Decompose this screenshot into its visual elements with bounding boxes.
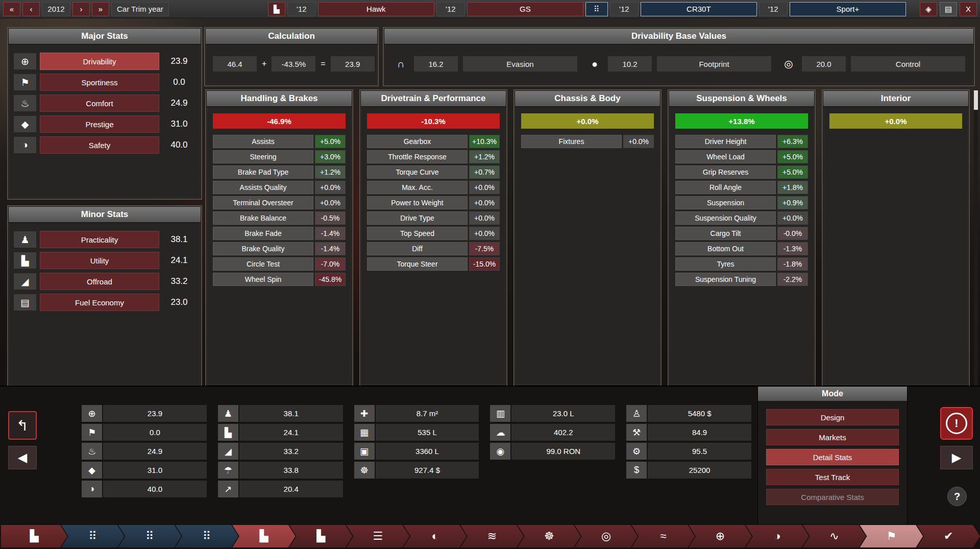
nav-tab[interactable]: [118, 525, 182, 547]
modifier-label[interactable]: Brake Pad Type: [213, 165, 313, 179]
nav-tab[interactable]: [575, 525, 638, 547]
model-name-button[interactable]: Hawk: [318, 2, 434, 16]
footprint-icon: [586, 58, 603, 70]
prev-year-button[interactable]: ‹: [22, 2, 40, 16]
stat-button[interactable]: Prestige: [40, 115, 159, 133]
undo-icon[interactable]: [8, 411, 37, 440]
stat-button[interactable]: Offroad: [40, 273, 159, 290]
scrollbar-track[interactable]: [974, 90, 978, 386]
modifier-label[interactable]: Suspension Quality: [675, 211, 776, 225]
stat-button[interactable]: Comfort: [40, 94, 159, 112]
modifier-label[interactable]: Brake Balance: [213, 211, 313, 225]
next-year-button[interactable]: ›: [72, 2, 90, 16]
mode-button[interactable]: Design: [766, 409, 899, 425]
mode-button[interactable]: Markets: [766, 429, 899, 445]
modifier-label[interactable]: Tyres: [675, 257, 776, 271]
warning-button[interactable]: !: [940, 407, 973, 440]
stat-button[interactable]: Drivability: [40, 53, 159, 70]
help-button[interactable]: ?: [947, 487, 967, 506]
mode-button[interactable]: Test Track: [766, 469, 899, 485]
engine-icon: [203, 530, 211, 543]
aero-icon: [660, 530, 666, 543]
modifier-label[interactable]: Gearbox: [367, 135, 468, 148]
modifier-value: -1.4%: [315, 242, 346, 255]
engine-icon[interactable]: [585, 2, 608, 16]
nav-tab[interactable]: [631, 525, 695, 547]
stat-button[interactable]: Practicality: [40, 231, 159, 248]
forward-arrow-icon[interactable]: [940, 446, 973, 469]
summary-stat-row: 25200: [626, 462, 751, 479]
nav-tab[interactable]: [803, 525, 866, 547]
summary-stat-value: 23.0 L: [511, 405, 615, 422]
stat-row: Utility 24.1: [14, 252, 195, 269]
nav-tab[interactable]: [175, 525, 238, 547]
modifier-label[interactable]: Terminal Oversteer: [213, 196, 313, 209]
modifier-row: Throttle Response +1.2%: [367, 150, 500, 163]
stat-button[interactable]: Fuel Economy: [40, 294, 159, 311]
sheet-icon[interactable]: [940, 2, 957, 16]
modifier-label[interactable]: Driver Height: [675, 135, 776, 148]
modifier-label[interactable]: Suspension: [675, 196, 776, 209]
modifier-label[interactable]: Brake Quality: [213, 242, 313, 255]
engine-variant-button[interactable]: Sport+: [790, 2, 906, 16]
modifier-label[interactable]: Max. Acc.: [367, 181, 468, 194]
summary-stat-row: 8.7 m²: [354, 405, 479, 422]
mode-button[interactable]: Comparative Stats: [766, 489, 899, 505]
modifier-value: -15.0%: [469, 257, 500, 271]
modifier-label[interactable]: Wheel Load: [675, 150, 776, 163]
nav-tab[interactable]: [232, 525, 296, 547]
modifier-label[interactable]: Brake Fade: [213, 227, 313, 240]
stat-button[interactable]: Utility: [40, 252, 159, 269]
car-icon[interactable]: [268, 2, 285, 16]
modifier-label[interactable]: Torque Steer: [367, 257, 468, 271]
engineering-time-icon: [626, 443, 647, 460]
nav-tab[interactable]: [460, 525, 524, 547]
summary-stat-row: 24.9: [82, 443, 207, 460]
modifier-value: +0.0%: [315, 181, 346, 194]
nav-tab[interactable]: [1, 525, 67, 547]
modifier-label[interactable]: Assists Quality: [213, 181, 313, 194]
modifier-label[interactable]: Fixtures: [521, 135, 622, 148]
modifier-label[interactable]: Torque Curve: [367, 165, 468, 179]
modifier-label[interactable]: Drive Type: [367, 211, 468, 225]
first-year-button[interactable]: «: [3, 2, 20, 16]
modifier-label[interactable]: Steering: [213, 150, 313, 163]
modifier-label[interactable]: Grip Reserves: [675, 165, 776, 179]
summary-stat-value: 95.5: [648, 443, 751, 460]
nav-tab[interactable]: [689, 525, 752, 547]
nav-tab[interactable]: [917, 525, 980, 547]
modifier-label[interactable]: Cargo Tilt: [675, 227, 776, 240]
back-arrow-icon[interactable]: [8, 446, 37, 469]
camera-icon[interactable]: [920, 2, 937, 16]
modifier-label[interactable]: Assists: [213, 135, 313, 148]
modifier-label[interactable]: Circle Test: [213, 257, 313, 271]
modifier-label[interactable]: Roll Angle: [675, 181, 776, 194]
stat-button[interactable]: Safety: [40, 136, 159, 154]
modifier-label[interactable]: Bottom Out: [675, 242, 776, 255]
nav-tab[interactable]: [61, 525, 125, 547]
minor-stats-panel: Minor Stats Practicality 38.1 Utility 24…: [8, 206, 201, 386]
modifier-label[interactable]: Power to Weight: [367, 196, 468, 209]
summary-column: 5480 $ 84.9 95.5: [626, 405, 751, 497]
modifier-label[interactable]: Diff: [367, 242, 468, 255]
modifier-row: Brake Fade -1.4%: [213, 227, 346, 240]
stat-button[interactable]: Sportiness: [40, 74, 159, 91]
scrollbar-thumb[interactable]: [974, 90, 978, 110]
mode-button[interactable]: Detail Stats: [766, 449, 899, 465]
close-icon[interactable]: X: [960, 2, 977, 16]
nav-tab[interactable]: [289, 525, 353, 547]
trim-name-button[interactable]: GS: [467, 2, 583, 16]
engine-family-button[interactable]: CR30T: [641, 2, 757, 16]
modifier-label[interactable]: Top Speed: [367, 227, 468, 240]
nav-tab[interactable]: [746, 525, 809, 547]
last-year-button[interactable]: »: [92, 2, 109, 16]
nav-tab[interactable]: [347, 525, 410, 547]
modifier-label[interactable]: Throttle Response: [367, 150, 468, 163]
nav-tab[interactable]: [403, 525, 467, 547]
nav-tab[interactable]: [518, 525, 581, 547]
modifier-label[interactable]: Suspension Tuning: [675, 273, 776, 286]
modifier-label[interactable]: Wheel Spin: [213, 273, 313, 286]
summary-stat-value: 3360 L: [376, 443, 479, 460]
nav-tab[interactable]: [860, 525, 923, 547]
modifier-row: Drive Type +0.0%: [367, 211, 500, 225]
